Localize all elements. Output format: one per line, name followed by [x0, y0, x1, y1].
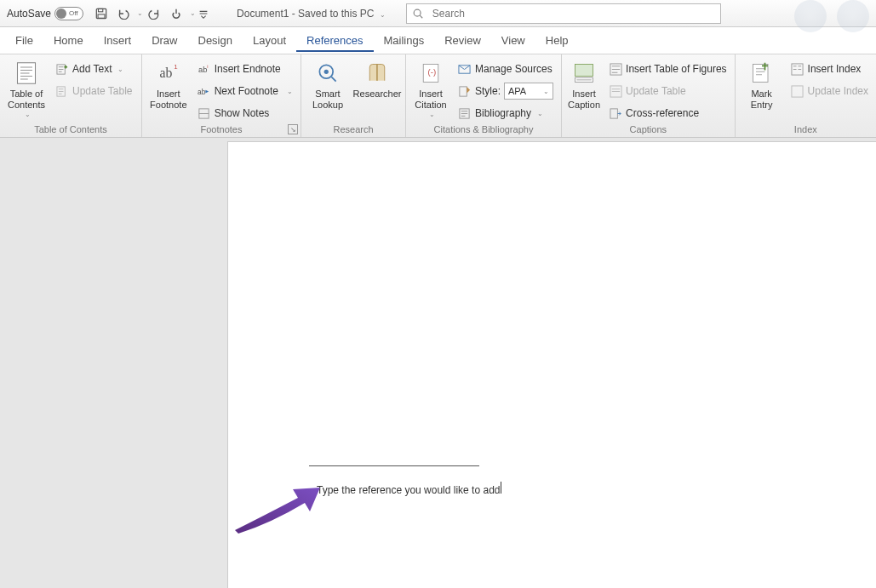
tab-file[interactable]: File	[5, 29, 43, 52]
group-citations-label: Citations & Bibliography	[409, 123, 558, 137]
update-caption-table-button[interactable]: Update Table	[607, 82, 729, 100]
search-input[interactable]	[432, 8, 715, 20]
mark-entry-icon	[748, 60, 776, 87]
insert-caption-icon	[570, 60, 598, 87]
redo-icon[interactable]	[145, 4, 163, 23]
group-research-label: Research	[304, 123, 403, 137]
text-cursor	[501, 482, 501, 494]
insert-tof-button[interactable]: Insert Table of Figures	[607, 60, 729, 78]
svg-text:ab: ab	[198, 88, 206, 96]
next-footnote-button[interactable]: ab Next Footnote ⌄	[196, 82, 295, 100]
window-controls[interactable]	[837, 0, 869, 32]
svg-text:i: i	[207, 63, 208, 68]
update-toc-icon	[55, 84, 69, 98]
touch-mode-icon[interactable]	[167, 4, 186, 23]
footnote-area: 1 Type the reference you would like to a…	[309, 465, 735, 496]
autosave-toggle[interactable]: Off	[54, 7, 83, 20]
manage-sources-icon	[458, 62, 472, 76]
footnote-text: Type the reference you would like to add	[317, 484, 500, 496]
search-icon	[412, 8, 424, 20]
table-of-contents-button[interactable]: Table of Contents ⌄	[3, 56, 50, 119]
search-box[interactable]	[406, 3, 721, 24]
add-text-icon	[55, 62, 69, 76]
style-select[interactable]: APA ⌄	[504, 83, 553, 100]
tab-design[interactable]: Design	[188, 29, 243, 52]
svg-rect-27	[792, 85, 803, 96]
citation-style-row: Style: APA ⌄	[456, 82, 555, 100]
svg-rect-18	[460, 86, 467, 95]
undo-dropdown-icon[interactable]: ⌄	[137, 9, 143, 17]
insert-caption-button[interactable]: Insert Caption	[564, 56, 604, 111]
tab-view[interactable]: View	[491, 29, 535, 52]
insert-footnote-button[interactable]: ab1 Insert Footnote	[145, 56, 192, 111]
update-index-button[interactable]: Update Index	[789, 82, 870, 100]
page-gutter	[0, 138, 227, 588]
document-area: 1 Type the reference you would like to a…	[0, 138, 876, 588]
manage-sources-button[interactable]: Manage Sources	[456, 60, 555, 78]
show-notes-icon	[198, 106, 211, 120]
tab-references[interactable]: References	[296, 29, 373, 52]
group-index-label: Index	[738, 123, 873, 137]
tab-home[interactable]: Home	[43, 29, 94, 52]
title-bar: AutoSave Off ⌄ ⌄ Document1 - Saved to th…	[0, 0, 876, 27]
bibliography-icon	[458, 106, 472, 120]
bibliography-button[interactable]: Bibliography ⌄	[456, 104, 555, 123]
undo-icon[interactable]	[114, 4, 133, 23]
doctitle-dropdown-icon[interactable]: ⌄	[380, 11, 386, 19]
tab-mailings[interactable]: Mailings	[374, 29, 435, 52]
tab-draw[interactable]: Draw	[141, 29, 187, 52]
footnotes-launcher[interactable]: ↘	[288, 124, 298, 134]
update-toc-button[interactable]: Update Table	[54, 82, 135, 100]
group-research: Smart Lookup Researcher Research	[301, 54, 406, 137]
group-captions-label: Captions	[564, 123, 732, 137]
update-caption-icon	[609, 84, 622, 98]
insert-index-button[interactable]: Insert Index	[789, 60, 870, 78]
ribbon-tabs: File Home Insert Draw Design Layout Refe…	[0, 27, 876, 54]
touch-dropdown-icon[interactable]: ⌄	[190, 9, 196, 17]
svg-rect-1	[99, 9, 103, 12]
autosave-label: AutoSave	[7, 8, 51, 20]
group-footnotes-label: Footnotes	[145, 123, 298, 137]
group-footnotes: ab1 Insert Footnote abi Insert Endnote a…	[142, 54, 301, 137]
footnote-line[interactable]: 1 Type the reference you would like to a…	[309, 482, 735, 496]
group-citations: (-) Insert Citation ⌄ Manage Sources Sty…	[406, 54, 562, 137]
svg-point-14	[324, 70, 329, 74]
insert-index-icon	[791, 62, 804, 76]
smart-lookup-icon	[314, 60, 341, 87]
style-icon	[458, 84, 472, 98]
svg-rect-20	[575, 65, 593, 77]
tab-review[interactable]: Review	[434, 29, 491, 52]
user-avatar[interactable]	[794, 0, 827, 32]
group-toc: Table of Contents ⌄ Add Text ⌄ Update Ta…	[0, 54, 142, 137]
svg-text:1: 1	[174, 63, 177, 71]
group-captions: Insert Caption Insert Table of Figures U…	[562, 54, 736, 137]
insert-citation-icon: (-)	[417, 60, 444, 87]
smart-lookup-button[interactable]: Smart Lookup	[304, 56, 352, 111]
insert-footnote-icon: ab1	[155, 60, 182, 87]
customize-qat-icon[interactable]	[198, 4, 209, 23]
insert-endnote-button[interactable]: abi Insert Endnote	[196, 60, 295, 78]
tab-help[interactable]: Help	[535, 29, 579, 52]
svg-rect-2	[98, 14, 105, 17]
svg-text:ab: ab	[198, 66, 207, 74]
document-title: Document1 - Saved to this PC ⌄	[237, 8, 386, 20]
group-index: Mark Entry Insert Index Update Index Ind…	[736, 54, 876, 137]
mark-entry-button[interactable]: Mark Entry	[738, 56, 786, 111]
add-text-button[interactable]: Add Text ⌄	[54, 60, 135, 78]
document-page[interactable]: 1 Type the reference you would like to a…	[227, 141, 876, 588]
svg-point-3	[414, 9, 421, 16]
svg-text:ab: ab	[159, 66, 172, 80]
researcher-button[interactable]: Researcher	[352, 56, 403, 100]
tab-layout[interactable]: Layout	[243, 29, 296, 52]
svg-rect-24	[610, 108, 617, 117]
cross-ref-icon	[609, 106, 622, 120]
insert-citation-button[interactable]: (-) Insert Citation ⌄	[409, 56, 453, 119]
cross-reference-button[interactable]: Cross-reference	[607, 104, 729, 123]
next-footnote-icon: ab	[198, 84, 211, 98]
show-notes-button[interactable]: Show Notes	[196, 104, 295, 123]
tof-icon	[609, 62, 622, 76]
tab-insert[interactable]: Insert	[94, 29, 142, 52]
toc-icon	[13, 60, 40, 87]
svg-text:(-): (-)	[427, 67, 436, 77]
save-icon[interactable]	[92, 4, 111, 23]
